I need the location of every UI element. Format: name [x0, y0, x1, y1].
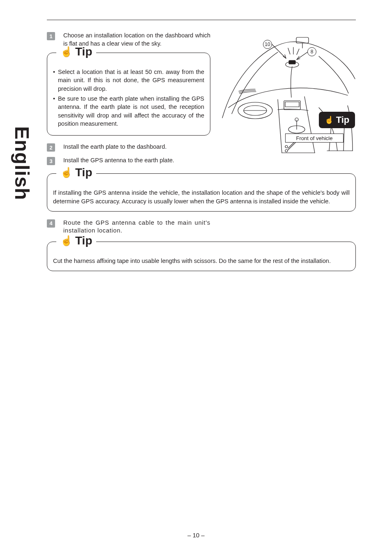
- manual-page: English 1 Choose an installation locatio…: [0, 0, 392, 555]
- pointing-hand-icon: ☝: [60, 168, 73, 177]
- svg-point-9: [285, 150, 288, 152]
- step-2: 2 Install the earth plate to the dashboa…: [47, 143, 210, 152]
- step-number-badge: 3: [47, 157, 55, 165]
- tip-title: Tip: [75, 167, 92, 178]
- step-number-badge: 4: [47, 219, 55, 228]
- tip-badge-label: Tip: [336, 115, 350, 125]
- callout-10: 10: [263, 40, 272, 49]
- step-text: Route the GPS antenna cable to the main …: [63, 219, 210, 235]
- tip-item: Select a location that is at least 50 cm…: [53, 68, 204, 93]
- step-3: 3 Install the GPS antenna to the earth p…: [47, 157, 210, 165]
- language-label: English: [11, 126, 33, 200]
- pointing-hand-icon: ☝: [60, 236, 73, 246]
- language-tab: English: [7, 94, 30, 251]
- pointing-hand-icon: ☝: [325, 116, 334, 124]
- step-1: 1 Choose an installation location on the…: [47, 32, 210, 48]
- left-column: 1 Choose an installation location on the…: [47, 32, 210, 168]
- front-of-vehicle-label: Front of vehicle: [285, 134, 344, 143]
- tip-badge: ☝ Tip: [319, 112, 355, 128]
- tip-item: Be sure to use the earth plate when inst…: [53, 94, 204, 128]
- tip-legend: ☝ Tip: [56, 235, 96, 246]
- top-rule: [47, 20, 356, 20]
- callout-8: 8: [307, 47, 316, 56]
- step-number-badge: 2: [47, 143, 55, 152]
- page-number: – 10 –: [0, 532, 392, 539]
- svg-point-10: [285, 145, 288, 148]
- svg-rect-7: [289, 60, 295, 64]
- tip-title: Tip: [75, 235, 92, 246]
- step-4: 4 Route the GPS antenna cable to the mai…: [47, 219, 210, 235]
- tip-box-1: ☝ Tip Select a location that is at least…: [47, 53, 210, 136]
- page-content: 1 Choose an installation location on the…: [47, 32, 356, 271]
- pointing-hand-icon: ☝: [60, 47, 73, 57]
- tip-box-3: ☝ Tip Cut the harness affixing tape into…: [47, 242, 356, 271]
- tip-legend: ☝ Tip: [56, 167, 96, 178]
- tip-body: Cut the harness affixing tape into usabl…: [53, 257, 350, 265]
- step-number-badge: 1: [47, 32, 55, 40]
- right-column: 10 8 ☝ Tip Front of vehicle: [220, 32, 356, 155]
- step-text: Install the earth plate to the dashboard…: [63, 143, 167, 152]
- tip-list: Select a location that is at least 50 cm…: [53, 68, 204, 128]
- tip-title: Tip: [75, 46, 92, 58]
- step-text: Install the GPS antenna to the earth pla…: [63, 157, 174, 165]
- vehicle-diagram: 10 8 ☝ Tip Front of vehicle: [220, 32, 356, 155]
- tip-legend: ☝ Tip: [56, 46, 96, 58]
- tip-body: If installing the GPS antenna inside the…: [53, 189, 350, 205]
- svg-rect-3: [285, 102, 299, 107]
- tip-box-2: ☝ Tip If installing the GPS antenna insi…: [47, 173, 356, 212]
